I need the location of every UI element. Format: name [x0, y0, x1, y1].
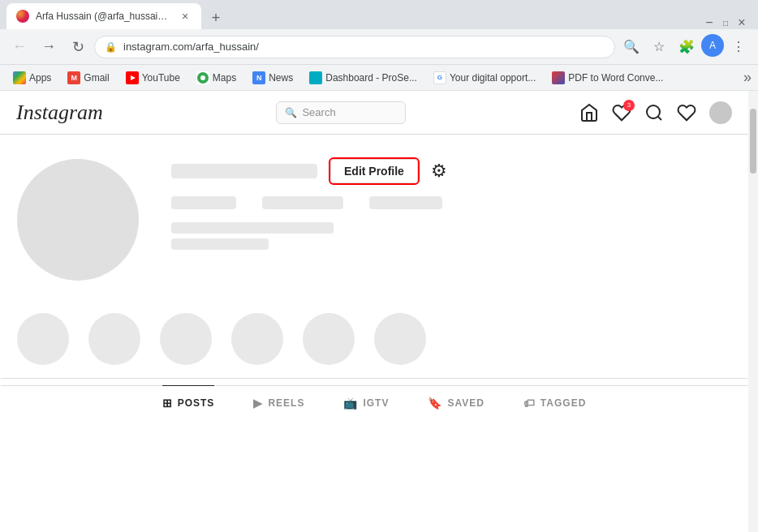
edit-profile-button[interactable]: Edit Profile: [330, 159, 418, 183]
story-circle: [231, 313, 283, 365]
bookmark-maps-label: Maps: [213, 72, 236, 84]
browser-tab[interactable]: Arfa Hussain (@arfa_hussain) • In... ×: [6, 3, 201, 29]
instagram-likes-button[interactable]: [677, 103, 696, 122]
tab-close-button[interactable]: ×: [179, 10, 192, 23]
bookmark-news-label: News: [269, 72, 293, 84]
bookmark-google-digital[interactable]: G Your digital opport...: [427, 68, 542, 88]
browser-toolbar: ← → ↻ 🔒 instagram.com/arfa_hussain/ 🔍 ☆ …: [0, 29, 758, 65]
svg-point-4: [647, 105, 660, 118]
story-item[interactable]: [17, 313, 69, 365]
news-favicon: N: [252, 71, 265, 84]
bookmark-gmail[interactable]: M Gmail: [61, 68, 115, 88]
settings-icon[interactable]: ⚙: [431, 161, 447, 182]
tab-posts[interactable]: ⊞ POSTS: [162, 385, 215, 419]
tab-bar: Arfa Hussain (@arfa_hussain) • In... × +…: [0, 0, 758, 29]
bookmark-pdf-label: PDF to Word Conve...: [568, 72, 663, 84]
bookmark-gmail-label: Gmail: [84, 72, 109, 84]
story-circle: [17, 313, 69, 365]
browser-profile-button[interactable]: A: [701, 34, 724, 57]
bookmark-dashboard[interactable]: Dashboard - ProSe...: [303, 68, 424, 88]
story-item[interactable]: [374, 313, 426, 365]
posts-stat-placeholder: [171, 196, 236, 209]
instagram-header: Instagram 🔍 Search 3: [0, 91, 748, 135]
tagged-tab-icon: 🏷: [523, 397, 536, 410]
story-item[interactable]: [303, 313, 355, 365]
search-button[interactable]: 🔍: [618, 34, 644, 60]
story-item[interactable]: [231, 313, 283, 365]
toolbar-actions: 🔍 ☆ 🧩 A ⋮: [618, 34, 752, 60]
browser-content: Instagram 🔍 Search 3: [0, 91, 758, 532]
bio-container: [171, 222, 731, 250]
notification-badge: 3: [623, 100, 635, 111]
instagram-nav-icons: 3: [579, 101, 732, 124]
instagram-home-button[interactable]: [579, 103, 599, 122]
gmail-favicon: M: [67, 71, 80, 84]
new-tab-button[interactable]: +: [205, 6, 227, 29]
minimize-button[interactable]: −: [703, 16, 716, 29]
search-placeholder-text: Search: [302, 106, 335, 118]
reels-tab-icon: ▶: [253, 397, 263, 410]
instagram-explore-button[interactable]: [644, 103, 664, 122]
story-item[interactable]: [88, 313, 140, 365]
back-button[interactable]: ←: [6, 34, 32, 60]
lock-icon: 🔒: [105, 41, 117, 53]
tab-posts-label: POSTS: [178, 397, 215, 409]
story-circle: [88, 313, 140, 365]
instagram-search-bar[interactable]: 🔍 Search: [276, 101, 406, 124]
igtv-tab-icon: 📺: [343, 397, 358, 410]
address-bar[interactable]: 🔒 instagram.com/arfa_hussain/: [94, 36, 615, 58]
svg-line-5: [658, 116, 661, 119]
tab-title: Arfa Hussain (@arfa_hussain) • In...: [36, 11, 172, 22]
bookmark-news[interactable]: N News: [246, 68, 299, 88]
instagram-profile-avatar[interactable]: [709, 101, 732, 124]
profile-info: Edit Profile ⚙: [171, 159, 731, 250]
tab-tagged[interactable]: 🏷 TAGGED: [523, 386, 586, 419]
maximize-button[interactable]: □: [719, 16, 732, 29]
tab-reels[interactable]: ▶ REELS: [253, 386, 304, 419]
browser-scrollbar[interactable]: [748, 91, 758, 532]
close-button[interactable]: ×: [735, 16, 748, 29]
tab-igtv[interactable]: 📺 IGTV: [343, 386, 389, 419]
tab-tagged-label: TAGGED: [541, 397, 586, 409]
saved-tab-icon: 🔖: [428, 397, 442, 410]
bookmark-google-label: Your digital opport...: [450, 72, 536, 84]
scrollbar-thumb[interactable]: [750, 109, 756, 174]
followers-stat-placeholder: [262, 196, 343, 209]
tab-igtv-label: IGTV: [363, 397, 389, 409]
bookmark-youtube[interactable]: YouTube: [119, 68, 187, 88]
instagram-page: Instagram 🔍 Search 3: [0, 91, 748, 532]
bookmark-apps-label: Apps: [29, 72, 51, 84]
instagram-notifications-button[interactable]: 3: [612, 103, 631, 122]
refresh-button[interactable]: ↻: [65, 34, 91, 60]
google-favicon: G: [433, 71, 446, 84]
extensions-button[interactable]: 🧩: [674, 34, 700, 60]
menu-button[interactable]: ⋮: [726, 34, 752, 60]
profile-tabs: ⊞ POSTS ▶ REELS 📺 IGTV 🔖 SAVED: [1, 385, 747, 419]
tab-saved[interactable]: 🔖 SAVED: [428, 386, 484, 419]
bookmark-pdf[interactable]: PDF to Word Conve...: [545, 68, 670, 88]
apps-favicon: [13, 71, 26, 84]
pdf-favicon: [552, 71, 565, 84]
maps-favicon: [196, 71, 209, 84]
posts-grid: [1, 419, 747, 517]
svg-point-3: [200, 75, 205, 80]
story-item[interactable]: [160, 313, 212, 365]
more-bookmarks-button[interactable]: »: [743, 69, 752, 86]
bookmark-button[interactable]: ☆: [646, 34, 672, 60]
bio-placeholder-2: [171, 238, 269, 250]
bookmark-youtube-label: YouTube: [142, 72, 180, 84]
bio-placeholder: [171, 222, 334, 234]
bookmark-apps[interactable]: Apps: [6, 68, 58, 88]
username-placeholder: [171, 164, 317, 178]
bookmark-maps[interactable]: Maps: [190, 68, 243, 88]
tab-favicon: [16, 10, 29, 23]
instagram-content: Edit Profile ⚙: [1, 135, 747, 517]
story-highlights: [1, 300, 747, 379]
youtube-favicon: [126, 71, 139, 84]
tab-reels-label: REELS: [268, 397, 304, 409]
bookmark-dashboard-label: Dashboard - ProSe...: [325, 72, 417, 84]
bookmarks-bar: Apps M Gmail YouTube Maps N News Dashbo: [0, 65, 758, 91]
username-row: Edit Profile ⚙: [171, 159, 731, 183]
story-circle: [160, 313, 212, 365]
forward-button[interactable]: →: [36, 34, 62, 60]
